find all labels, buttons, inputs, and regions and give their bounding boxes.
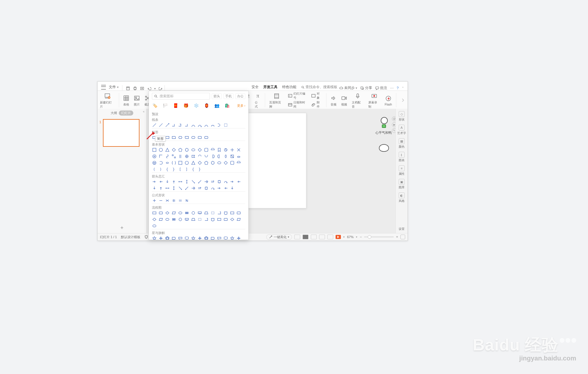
shape-item[interactable] [178, 198, 183, 203]
shape-item[interactable] [178, 147, 183, 152]
shape-item[interactable] [184, 217, 189, 222]
shape-item[interactable] [210, 186, 215, 190]
search-tag-arrow[interactable]: 箭头 [212, 93, 222, 99]
shape-item[interactable] [191, 186, 196, 190]
shape-item[interactable] [217, 123, 221, 127]
share-button[interactable]: 分享 [360, 85, 372, 90]
shape-item[interactable] [152, 210, 157, 215]
header-footer-button[interactable]: 页眉和页脚 [268, 92, 285, 109]
shape-item[interactable] [210, 179, 215, 184]
shape-item[interactable] [236, 217, 241, 222]
shape-item[interactable] [197, 186, 202, 190]
shape-item[interactable] [178, 179, 183, 184]
print-icon[interactable] [133, 86, 137, 90]
shape-item[interactable] [236, 147, 241, 152]
cat-icon-6[interactable]: 🏮 [203, 103, 209, 108]
ribbon-overflow[interactable] [399, 96, 406, 104]
shape-item[interactable] [184, 123, 189, 127]
shape-item[interactable] [184, 179, 189, 184]
video-button[interactable]: 视频 [340, 94, 348, 107]
datetime-button[interactable]: 日期和时间 [288, 100, 308, 109]
play-slideshow-button[interactable] [336, 235, 341, 239]
shape-item[interactable] [178, 135, 183, 140]
redo-icon[interactable] [159, 86, 163, 90]
shape-item[interactable] [158, 186, 163, 190]
shape-item[interactable] [158, 154, 163, 159]
shape-item[interactable] [191, 236, 196, 240]
sidebox-color[interactable]: ▦颜色 [399, 138, 405, 149]
shape-item[interactable] [171, 210, 176, 215]
shape-item[interactable] [178, 210, 183, 215]
cloud-sync-button[interactable]: 未同步 ▾ [339, 85, 357, 90]
chevron-down-icon[interactable]: ▾ [343, 235, 345, 238]
shape-item[interactable] [171, 123, 176, 127]
shape-item[interactable] [191, 135, 196, 140]
audio-button[interactable]: 音频 [329, 94, 338, 107]
shape-item[interactable] [152, 154, 157, 159]
view-grid-button[interactable] [311, 235, 317, 239]
view-notes-button[interactable] [327, 235, 333, 239]
shape-item[interactable] [204, 210, 208, 215]
shape-item[interactable] [178, 154, 183, 159]
view-normal-button[interactable] [294, 235, 300, 239]
shape-item[interactable] [158, 160, 163, 165]
picture-button[interactable]: 图片 [133, 94, 141, 107]
search-tag-office[interactable]: 办公 [235, 93, 245, 99]
sidebox-library[interactable]: ▣图库 [399, 179, 405, 190]
shape-item[interactable] [210, 160, 215, 165]
formula-button[interactable]: π 公式 [254, 92, 262, 109]
shape-item[interactable] [184, 236, 189, 240]
shape-item[interactable] [230, 147, 234, 152]
zoom-in-button[interactable]: + [396, 235, 398, 239]
shape-item[interactable] [158, 236, 163, 240]
tab-dev-tools[interactable]: 开发工具 [263, 85, 277, 90]
shape-item[interactable]: ( [152, 167, 157, 172]
shape-item[interactable] [152, 217, 157, 222]
shape-item[interactable] [197, 135, 202, 140]
cat-icon-3[interactable]: 🧧 [173, 103, 178, 108]
add-slide-button[interactable]: + [120, 225, 124, 231]
zoom-out-button[interactable]: − [360, 235, 362, 239]
shape-item[interactable] [158, 123, 163, 127]
cat-icon-8[interactable]: 🛍️ [224, 103, 230, 108]
shape-item[interactable] [223, 123, 228, 127]
shape-item[interactable] [204, 147, 208, 152]
shape-item[interactable] [204, 186, 208, 190]
shape-item[interactable]: { [191, 167, 196, 172]
shape-item[interactable] [223, 147, 228, 152]
shape-item[interactable] [184, 198, 189, 203]
shape-item[interactable] [178, 160, 183, 165]
shape-item[interactable] [171, 160, 176, 165]
shape-item[interactable]: ) [158, 167, 163, 172]
shape-item[interactable] [165, 123, 170, 127]
help-icon[interactable]: ? [397, 86, 399, 90]
sidebox-settings[interactable]: 设置 [399, 227, 405, 231]
shape-item[interactable] [191, 123, 196, 127]
shape-item[interactable] [191, 217, 196, 222]
cat-icon-2[interactable]: 🏳️ [162, 103, 168, 108]
shape-item[interactable] [210, 236, 215, 240]
attachment-button[interactable]: 附件 [311, 100, 323, 109]
thumbnail-tab[interactable]: 幻灯片 [119, 111, 133, 116]
shape-item[interactable] [197, 147, 202, 152]
shape-item[interactable] [184, 135, 189, 140]
mascot-action-3[interactable]: ✎ [392, 128, 395, 133]
sidebox-wordart[interactable]: A艺术字 [397, 125, 406, 135]
mascot-action-2[interactable]: ▶ [392, 122, 395, 127]
tab-safety[interactable]: 安全 [252, 85, 259, 90]
shape-item[interactable] [217, 186, 221, 190]
table-button[interactable]: 表格 [122, 94, 130, 107]
shape-item[interactable] [197, 179, 202, 184]
shape-item[interactable] [165, 154, 170, 159]
shape-item[interactable] [178, 123, 183, 127]
shape-item[interactable] [152, 198, 157, 203]
new-slide-button[interactable]: 新建幻灯片 [99, 92, 116, 109]
comment-button[interactable]: 批注 [375, 85, 387, 90]
fit-to-window-button[interactable] [400, 235, 405, 239]
shape-item[interactable] [165, 236, 170, 240]
save-icon[interactable] [126, 86, 130, 90]
shape-item[interactable] [158, 147, 163, 152]
sidebox-style[interactable]: ◐风格 [399, 192, 405, 203]
icon-search-input[interactable]: 搜索图标 [152, 93, 210, 100]
shape-item[interactable]: } [171, 167, 176, 172]
